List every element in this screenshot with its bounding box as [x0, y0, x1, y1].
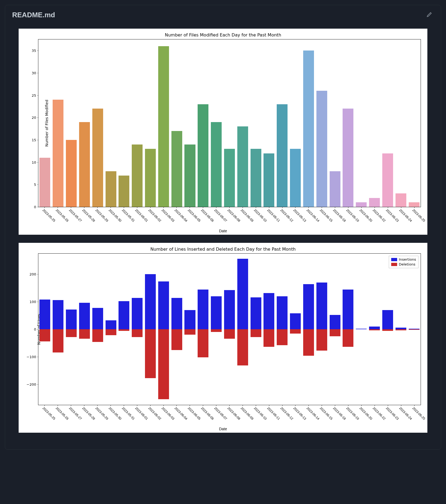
- bar-insertions: [224, 290, 235, 329]
- chart-files-modified: Number of Files Modified Each Day for th…: [19, 29, 427, 235]
- x-tick: 2023-06-04: [177, 405, 177, 406]
- x-tick: 2023-06-13: [295, 405, 296, 406]
- x-tick: 2023-05-29: [97, 207, 98, 208]
- x-tick: 2023-05-26: [58, 405, 58, 406]
- bar: [224, 149, 235, 207]
- legend-label-insertions: Insertions: [399, 257, 416, 262]
- x-tick: 2023-05-30: [110, 405, 111, 406]
- chart2-x-label: Date: [21, 427, 425, 431]
- x-tick: 2023-06-20: [361, 207, 361, 208]
- x-tick: 2023-06-10: [256, 207, 256, 208]
- bar-deletions: [106, 329, 116, 335]
- x-tick: 2023-06-13: [295, 207, 296, 208]
- x-tick: 2023-06-14: [309, 405, 309, 406]
- bar-insertions: [92, 308, 103, 329]
- bar-insertions: [330, 315, 340, 329]
- chart-lines-changed: Number of Lines Inserted and Deleted Eac…: [19, 243, 427, 433]
- charts-container: Number of Files Modified Each Day for th…: [5, 22, 441, 449]
- x-tick: 2023-05-31: [124, 405, 124, 406]
- x-tick: 2023-05-30: [110, 207, 111, 208]
- bar-deletions: [224, 329, 235, 339]
- bar-deletions: [53, 329, 63, 352]
- x-tick: 2023-06-05: [190, 405, 190, 406]
- bar-deletions: [211, 329, 222, 332]
- x-tick: 2023-06-18: [335, 207, 335, 208]
- legend-swatch-deletions: [391, 263, 397, 266]
- bar-insertions: [198, 290, 208, 329]
- bar-deletions: [303, 329, 314, 356]
- bar: [330, 171, 340, 207]
- bar-deletions: [92, 329, 103, 342]
- x-tick: 2023-06-07: [216, 207, 217, 208]
- x-tick: 2023-06-01: [137, 207, 137, 208]
- x-tick: 2023-06-12: [282, 207, 282, 208]
- bar: [316, 91, 327, 207]
- chart1-x-ticks: 2023-05-252023-05-262023-05-272023-05-28…: [38, 207, 421, 228]
- x-tick: 2023-06-02: [150, 405, 150, 406]
- panel-header: README.md: [5, 5, 441, 22]
- bar-deletions: [79, 329, 90, 339]
- chart2-title: Number of Lines Inserted and Deleted Eac…: [21, 247, 425, 252]
- bar: [396, 193, 406, 207]
- bar-insertions: [211, 296, 222, 329]
- bar: [119, 176, 129, 207]
- bar: [369, 198, 380, 207]
- bar: [171, 131, 182, 207]
- bar-deletions: [251, 329, 261, 337]
- bar: [132, 145, 143, 207]
- x-tick: 2023-06-22: [374, 405, 375, 406]
- x-tick: 2023-06-03: [163, 207, 164, 208]
- bar-deletions: [290, 329, 301, 334]
- chart2-legend: Insertions Deletions: [389, 256, 418, 268]
- bar: [251, 149, 261, 207]
- bar-insertions: [369, 327, 380, 329]
- bar: [198, 104, 208, 207]
- bar-deletions: [237, 329, 248, 365]
- bar: [53, 100, 63, 207]
- bar-insertions: [382, 310, 393, 329]
- bar-deletions: [409, 329, 420, 330]
- bar: [343, 109, 353, 207]
- x-tick: 2023-06-23: [388, 405, 388, 406]
- x-tick: 2023-06-01: [137, 405, 137, 406]
- chart1-bars: [38, 39, 421, 207]
- bar-deletions: [132, 329, 143, 337]
- bar-insertions: [39, 300, 50, 329]
- bar: [66, 140, 77, 207]
- file-title: README.md: [12, 11, 55, 19]
- x-tick: 2023-06-06: [203, 405, 203, 406]
- bar-deletions: [343, 329, 353, 347]
- bar-deletions: [369, 329, 380, 330]
- x-tick: 2023-06-25: [414, 405, 414, 406]
- legend-swatch-insertions: [391, 258, 397, 261]
- edit-button[interactable]: [425, 10, 434, 20]
- x-tick: 2023-06-14: [309, 207, 309, 208]
- bar-insertions: [184, 310, 195, 329]
- bar-deletions: [39, 329, 50, 341]
- bar: [409, 202, 420, 207]
- bar-insertions: [343, 290, 353, 329]
- legend-label-deletions: Deletions: [399, 262, 415, 267]
- x-tick: 2023-06-09: [242, 207, 243, 208]
- bar-insertions: [145, 274, 156, 329]
- x-tick: 2023-06-25: [414, 207, 414, 208]
- bar: [145, 149, 156, 207]
- chart2-x-ticks: 2023-05-252023-05-262023-05-272023-05-28…: [38, 405, 421, 426]
- bar-insertions: [316, 283, 327, 329]
- chart1-title: Number of Files Modified Each Day for th…: [21, 32, 425, 38]
- bar-insertions: [251, 297, 261, 329]
- bar-insertions: [106, 320, 116, 329]
- bar-deletions: [184, 329, 195, 335]
- bar: [211, 122, 222, 207]
- chart2-plot-area: Number of Lines −200−1000100200 Insertio…: [38, 253, 421, 405]
- x-tick: 2023-06-09: [242, 405, 243, 406]
- x-tick: 2023-06-02: [150, 207, 150, 208]
- x-tick: 2023-06-07: [216, 405, 217, 406]
- x-tick: 2023-05-31: [124, 207, 124, 208]
- x-tick: 2023-06-04: [177, 207, 177, 208]
- bar: [237, 126, 248, 207]
- x-tick: 2023-06-06: [203, 207, 203, 208]
- bar: [290, 149, 301, 207]
- bar-deletions: [145, 329, 156, 378]
- chart1-x-label: Date: [21, 229, 425, 233]
